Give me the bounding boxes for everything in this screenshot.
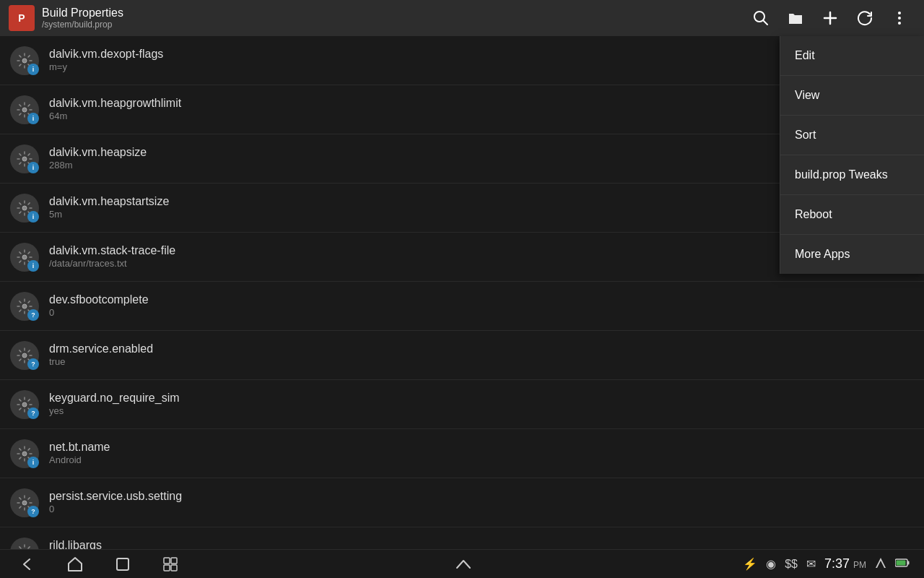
menu-item-reboot[interactable]: Reboot [780, 195, 924, 235]
item-icon: i [10, 95, 39, 124]
item-key: dev.sfbootcomplete [49, 293, 914, 308]
item-icon: i [10, 144, 39, 173]
recent-apps-icon [115, 556, 131, 572]
svg-rect-23 [171, 558, 177, 564]
item-icon: i [10, 243, 39, 272]
badge-icon: i [27, 162, 39, 173]
item-icon: ? [10, 488, 39, 517]
center-button[interactable] [450, 551, 476, 577]
add-icon [822, 10, 838, 26]
battery-icon [895, 558, 910, 571]
svg-point-11 [22, 157, 27, 161]
item-icon: ? [10, 341, 39, 370]
item-value: true [49, 356, 914, 368]
app-icon: P [9, 5, 35, 31]
menu-item-view[interactable]: View [780, 76, 924, 116]
svg-point-17 [22, 452, 27, 456]
time-ampm: PM [853, 560, 866, 570]
menu-item-sort[interactable]: Sort [780, 116, 924, 155]
badge-icon: i [27, 457, 39, 468]
bottom-nav [14, 551, 183, 577]
svg-rect-24 [164, 565, 170, 571]
item-value: 0 [49, 504, 914, 516]
item-text: drm.service.enabled true [49, 342, 914, 369]
email-icon: ✉ [806, 557, 816, 571]
item-key: net.bt.name [49, 440, 914, 455]
badge-icon: ? [27, 358, 39, 370]
back-icon [19, 556, 35, 572]
add-button[interactable] [814, 2, 846, 34]
menu-item-more-apps[interactable]: More Apps [780, 235, 924, 274]
svg-rect-30 [896, 560, 905, 565]
app-subtitle: /system/build.prop [42, 20, 745, 30]
svg-point-6 [898, 12, 901, 14]
svg-rect-29 [907, 561, 910, 564]
chevron-up-icon [456, 559, 471, 569]
badge-icon: ? [27, 407, 39, 419]
item-icon: i [10, 194, 39, 223]
list-item[interactable]: ? rild.libargs -d /dev/ttys0 [0, 527, 924, 549]
back-button[interactable] [14, 551, 40, 577]
svg-marker-20 [69, 558, 82, 571]
signal-icon [875, 557, 886, 571]
item-text: dev.sfbootcomplete 0 [49, 293, 914, 320]
item-icon: i [10, 439, 39, 468]
app-title: Build Properties [42, 6, 745, 20]
item-text: keyguard.no_require_sim yes [49, 391, 914, 418]
badge-icon: ? [27, 506, 39, 517]
svg-point-15 [22, 353, 27, 358]
time-value: 7:37 [824, 556, 850, 571]
badge-icon: ? [27, 309, 39, 321]
item-key: persist.service.usb.setting [49, 489, 914, 504]
refresh-icon [857, 10, 873, 26]
svg-line-3 [763, 20, 767, 25]
list-item[interactable]: ? drm.service.enabled true [0, 331, 924, 380]
item-icon: ? [10, 538, 39, 550]
list-item[interactable]: ? keyguard.no_require_sim yes [0, 380, 924, 429]
search-button[interactable] [745, 2, 777, 34]
more-vertical-icon [892, 10, 907, 26]
list-item[interactable]: i net.bt.name Android [0, 429, 924, 478]
svg-point-8 [898, 22, 901, 25]
topbar: P Build Properties /system/build.prop [0, 0, 924, 36]
search-icon [753, 10, 769, 26]
svg-point-16 [22, 402, 27, 407]
svg-point-13 [22, 255, 27, 259]
more-button[interactable] [884, 2, 915, 34]
clock: 7:37 PM [824, 556, 866, 571]
title-block: Build Properties /system/build.prop [42, 6, 745, 30]
list-item[interactable]: ? persist.service.usb.setting 0 [0, 478, 924, 527]
svg-point-12 [22, 206, 27, 210]
folder-button[interactable] [780, 2, 811, 34]
svg-rect-25 [171, 565, 177, 571]
dollar-icon: $$ [785, 558, 798, 571]
grid-icon [162, 556, 178, 572]
list-item[interactable]: ? dev.sfbootcomplete 0 [0, 282, 924, 331]
refresh-button[interactable] [849, 2, 881, 34]
home-button[interactable] [62, 551, 88, 577]
item-text: persist.service.usb.setting 0 [49, 489, 914, 517]
usb-icon: ⚡ [743, 557, 757, 571]
svg-point-10 [22, 108, 27, 112]
item-icon: i [10, 46, 39, 75]
svg-rect-22 [164, 558, 170, 564]
item-icon: ? [10, 390, 39, 419]
item-text: net.bt.name Android [49, 440, 914, 467]
svg-point-18 [22, 501, 27, 505]
android-icon: ◉ [766, 557, 776, 571]
menu-item-build-prop-tweaks[interactable]: build.prop Tweaks [780, 155, 924, 195]
svg-point-7 [898, 17, 901, 20]
item-text: rild.libargs -d /dev/ttys0 [49, 538, 914, 549]
grid-button[interactable] [157, 551, 183, 577]
home-icon [67, 556, 83, 572]
item-key: keyguard.no_require_sim [49, 391, 914, 406]
item-value: 0 [49, 307, 914, 319]
menu-item-edit[interactable]: Edit [780, 36, 924, 76]
item-value: Android [49, 454, 914, 467]
status-bar: ⚡ ◉ $$ ✉ 7:37 PM [743, 556, 910, 571]
svg-rect-21 [117, 558, 128, 570]
gear-icon [10, 538, 39, 550]
badge-icon: i [27, 64, 39, 75]
badge-icon: i [27, 260, 39, 272]
recent-apps-button[interactable] [110, 551, 136, 577]
